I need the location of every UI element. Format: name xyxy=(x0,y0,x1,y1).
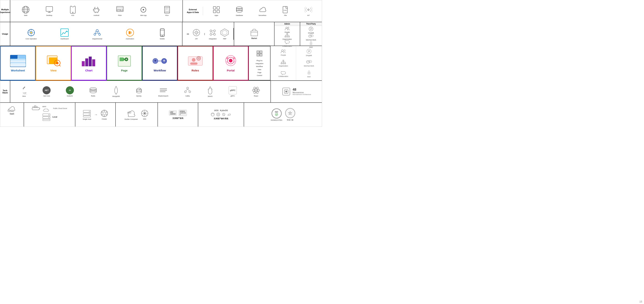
svg-point-92 xyxy=(311,44,311,44)
svg-rect-107 xyxy=(89,57,92,66)
svg-point-89 xyxy=(312,35,312,36)
row-tech-stack: Tech Stack Java .NET .Net Core JS NodeJS xyxy=(0,81,322,103)
icon-organization: Organization xyxy=(282,33,292,40)
svg-line-176 xyxy=(186,89,188,91)
main-container: Multiple Experience Web Desktop xyxy=(0,0,322,127)
admin-items: People Organization Collaboration xyxy=(274,26,300,48)
card-chart: Chart xyxy=(71,46,106,80)
svg-point-131 xyxy=(234,61,236,63)
icon-java: Java xyxy=(21,86,27,97)
row-deployment: SaaS aws Public Cloud Docer Local xyxy=(0,103,322,127)
svg-point-207 xyxy=(104,115,105,117)
svg-point-128 xyxy=(226,57,228,59)
external-icons: Apps Database Serverless xyxy=(203,6,322,16)
row-usage: Usage Core Operation Dashboard xyxy=(0,22,322,46)
svg-point-140 xyxy=(282,50,283,51)
svg-point-205 xyxy=(106,112,107,113)
third-party-items: Dingtalk WeChat Work SSO xyxy=(300,26,322,49)
svg-point-173 xyxy=(187,87,188,89)
row-multiple-experience: Multiple Experience Web Desktop xyxy=(0,0,322,22)
svg-rect-190 xyxy=(34,106,36,107)
svg-rect-33 xyxy=(217,10,220,13)
svg-rect-46 xyxy=(61,29,68,36)
icon-api: API xyxy=(192,28,201,40)
svg-point-65 xyxy=(214,33,216,35)
svg-point-196 xyxy=(48,117,49,118)
svg-rect-9 xyxy=(94,8,98,12)
card-plugins: Plug-insIntegrationWorkflowViewPageContr… xyxy=(248,46,270,80)
svg-point-103 xyxy=(56,62,58,64)
admin-org: Organization xyxy=(279,60,288,67)
icon-android: Android xyxy=(92,6,100,16)
svg-point-21 xyxy=(143,9,144,10)
deploy-docker-k8s: Docker Composer K8S xyxy=(116,103,158,127)
svg-point-129 xyxy=(233,57,235,59)
svg-point-215 xyxy=(216,113,220,116)
svg-point-201 xyxy=(89,114,90,115)
icon-pbp: PBP xyxy=(220,28,229,40)
svg-rect-31 xyxy=(217,6,220,9)
svg-point-87 xyxy=(310,36,311,36)
svg-rect-98 xyxy=(10,62,26,63)
card-workflow: Workflow xyxy=(142,46,178,80)
icon-departmental: Departmental xyxy=(92,28,102,40)
svg-point-200 xyxy=(89,111,90,112)
icon-dingtalk: Dingtalk xyxy=(308,26,314,34)
svg-point-63 xyxy=(214,30,216,32)
svg-point-213 xyxy=(144,113,146,114)
icon-integration: Integration xyxy=(208,28,217,40)
svg-point-62 xyxy=(210,30,212,32)
svg-point-157 xyxy=(310,61,311,62)
svg-rect-136 xyxy=(257,51,259,53)
svg-rect-120 xyxy=(190,62,198,65)
icon-web: Web xyxy=(22,6,30,16)
svg-point-49 xyxy=(99,33,100,35)
row2-right-section: ⇔ API ↕ Integration xyxy=(182,22,322,46)
svg-rect-97 xyxy=(10,61,26,62)
admin-right-section: People Organization Collaboration Dingta… xyxy=(270,46,322,80)
svg-point-153 xyxy=(307,61,308,62)
svg-point-195 xyxy=(48,115,49,115)
svg-rect-145 xyxy=(284,63,286,64)
svg-point-130 xyxy=(225,61,227,63)
icon-iot: IoT xyxy=(304,6,312,16)
icon-desktop: Desktop xyxy=(45,6,53,16)
external-apps-label: External Apps & Data xyxy=(183,7,203,15)
svg-point-204 xyxy=(104,110,105,111)
deploy-single-cluster: Single Host → Cluster xyxy=(75,103,116,127)
deploy-saas: SaaS xyxy=(0,103,24,127)
svg-point-8 xyxy=(72,12,73,13)
svg-point-88 xyxy=(311,35,314,37)
deploy-iso: ISO ISO9001/27001 等保三级 xyxy=(244,103,322,127)
svg-line-10 xyxy=(94,7,95,8)
svg-point-64 xyxy=(210,33,212,35)
admin-collab: Collaboration xyxy=(278,71,288,77)
svg-point-12 xyxy=(95,9,96,10)
svg-point-217 xyxy=(275,113,278,116)
svg-rect-54 xyxy=(160,29,164,36)
icon-kafka: Kafka xyxy=(184,86,192,97)
icon-people: People xyxy=(284,26,290,33)
svg-rect-99 xyxy=(10,64,26,66)
microservices-section: 48 Microservices Microservice Architectu… xyxy=(270,81,322,102)
svg-text:HTML5: HTML5 xyxy=(117,9,123,11)
card-worksheet: Worksheet xyxy=(0,46,36,80)
icon-core-operation: Core Operation xyxy=(26,28,37,40)
multiple-experience-label: Multiple Experience xyxy=(0,0,10,22)
market-section: Market xyxy=(234,22,274,46)
svg-point-156 xyxy=(310,61,310,62)
usage-label: Usage xyxy=(0,22,10,46)
svg-point-38 xyxy=(236,8,242,11)
svg-point-152 xyxy=(306,60,310,63)
icon-elasticsearch: ElasticSearch xyxy=(158,86,168,97)
icon-ios: iOS xyxy=(69,6,77,16)
card-view: View xyxy=(36,46,71,80)
icon-automation: Automation xyxy=(126,28,134,40)
svg-rect-137 xyxy=(260,51,262,53)
third-party-section: Third Party Dingtalk WeChat Work SSO xyxy=(300,22,322,46)
svg-text:CSV: CSV xyxy=(284,9,287,11)
icon-dotnet: .NET .Net Core xyxy=(42,86,50,97)
svg-point-208 xyxy=(102,114,103,115)
svg-line-104 xyxy=(59,65,60,66)
svg-rect-27 xyxy=(167,8,168,9)
